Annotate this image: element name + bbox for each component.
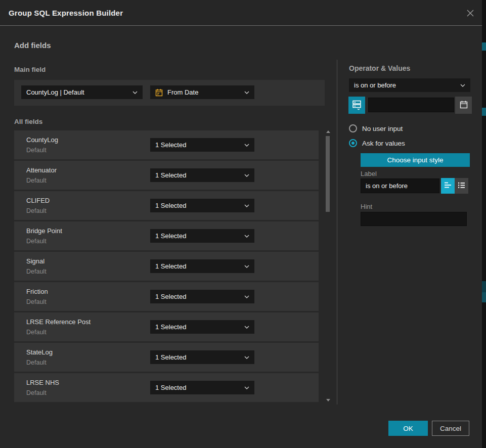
unique-values-icon [351,99,363,112]
screen: Group SQL Expression Builder Add fields … [0,0,486,448]
radio-label: Ask for values [362,140,405,147]
chevron-down-icon [244,265,249,268]
field-values-select-value: 1 Selected [155,323,244,331]
radio-ask-for-values[interactable]: Ask for values [349,139,405,147]
chevron-down-icon [244,356,249,359]
panel-divider [337,60,337,405]
chevron-down-icon [244,144,249,147]
field-row: LRSE Reference Post Default 1 Selected [14,312,319,341]
hint-input[interactable] [361,212,467,226]
field-name: LRSE NHS [26,379,59,386]
field-values-select-value: 1 Selected [155,202,244,209]
main-field-select[interactable]: From Date [150,85,254,99]
field-values-select-value: 1 Selected [155,293,244,300]
scrollbar-thumb[interactable] [326,136,330,212]
field-name: Signal [26,257,45,265]
field-name: Bridge Point [26,227,62,235]
layer-select-value: CountyLog | Default [26,88,132,96]
field-values-select[interactable]: 1 Selected [150,138,254,152]
field-sublabel: Default [26,268,47,275]
field-name: StateLog [26,348,53,356]
close-button[interactable] [464,7,477,20]
label-field-label: Label [361,170,377,177]
field-values-select[interactable]: 1 Selected [150,199,254,212]
field-row: CLIFED Default 1 Selected [14,191,319,220]
operator-values-heading: Operator & Values [349,64,410,72]
field-values-select-value: 1 Selected [155,171,244,179]
radio-no-user-input[interactable]: No user input [349,124,403,132]
field-values-select[interactable]: 1 Selected [150,320,254,334]
label-input[interactable] [361,178,439,193]
field-name: Attenuator [26,166,57,174]
main-field-select-value: From Date [167,88,244,96]
field-row: Attenuator Default 1 Selected [14,161,319,190]
choose-input-style-button[interactable]: Choose input style [361,153,470,167]
cancel-button[interactable]: Cancel [432,421,469,436]
chevron-down-icon [244,235,249,238]
chevron-down-icon [244,204,249,207]
field-sublabel: Default [26,207,47,214]
field-row: CountyLog Default 1 Selected [14,130,319,159]
background-fragment [482,108,486,116]
value-input[interactable] [368,98,454,112]
layer-select[interactable]: CountyLog | Default [21,85,143,99]
field-name: Friction [26,288,48,295]
field-values-select[interactable]: 1 Selected [150,229,254,243]
ok-button[interactable]: OK [388,421,428,436]
dialog-title: Group SQL Expression Builder [9,0,123,26]
list-scrollbar[interactable] [326,129,330,402]
close-icon [466,9,475,19]
date-picker-button[interactable] [455,97,472,114]
operator-select[interactable]: is on or before [349,78,470,92]
field-values-select-value: 1 Selected [155,141,244,149]
input-style-list-button[interactable] [455,178,468,194]
field-values-select[interactable]: 1 Selected [150,381,254,394]
background-app-strip [482,0,486,448]
chevron-down-icon [244,326,249,329]
scroll-down-arrow-icon[interactable] [326,399,330,401]
calendar-icon [459,100,468,111]
chevron-down-icon [244,386,249,389]
date-field-icon [155,88,163,97]
background-fragment [482,292,486,302]
field-sublabel: Default [26,238,47,245]
field-sublabel: Default [26,359,47,366]
chevron-down-icon [244,295,249,298]
chevron-down-icon [244,91,249,94]
dialog-header: Group SQL Expression Builder [0,0,482,26]
chevron-down-icon [132,91,138,94]
chevron-down-icon [244,174,249,177]
hint-field-label: Hint [361,203,372,210]
radio-label: No user input [362,125,403,132]
field-values-select-value: 1 Selected [155,262,244,270]
field-sublabel: Default [26,329,47,336]
field-values-select-value: 1 Selected [155,384,244,391]
radio-checked-icon [349,139,357,147]
operator-select-value: is on or before [354,81,460,89]
field-values-select[interactable]: 1 Selected [150,168,254,182]
scroll-up-arrow-icon[interactable] [326,130,330,133]
input-style-single-line-button[interactable] [441,178,455,194]
field-name: CLIFED [26,197,50,204]
align-left-icon [444,181,453,191]
field-sublabel: Default [26,147,47,154]
field-values-select[interactable]: 1 Selected [150,290,254,303]
main-field-label: Main field [14,66,46,73]
group-sql-expression-builder-dialog: Group SQL Expression Builder Add fields … [0,0,482,448]
field-row: Bridge Point Default 1 Selected [14,221,319,250]
background-fragment [482,281,486,292]
field-values-select[interactable]: 1 Selected [150,259,254,273]
unique-values-button[interactable] [348,97,365,114]
radio-unchecked-icon [349,124,357,132]
field-row: Friction Default 1 Selected [14,282,319,311]
field-values-select[interactable]: 1 Selected [150,350,254,364]
field-row: StateLog Default 1 Selected [14,343,319,372]
field-values-select-value: 1 Selected [155,353,244,361]
field-sublabel: Default [26,177,47,184]
list-icon [457,181,466,191]
field-sublabel: Default [26,298,47,305]
field-name: LRSE Reference Post [26,318,91,326]
field-values-select-value: 1 Selected [155,232,244,240]
all-fields-list: CountyLog Default 1 Selected Attenuator … [14,130,319,404]
field-row: LRSE NHS Default 1 Selected [14,373,319,402]
